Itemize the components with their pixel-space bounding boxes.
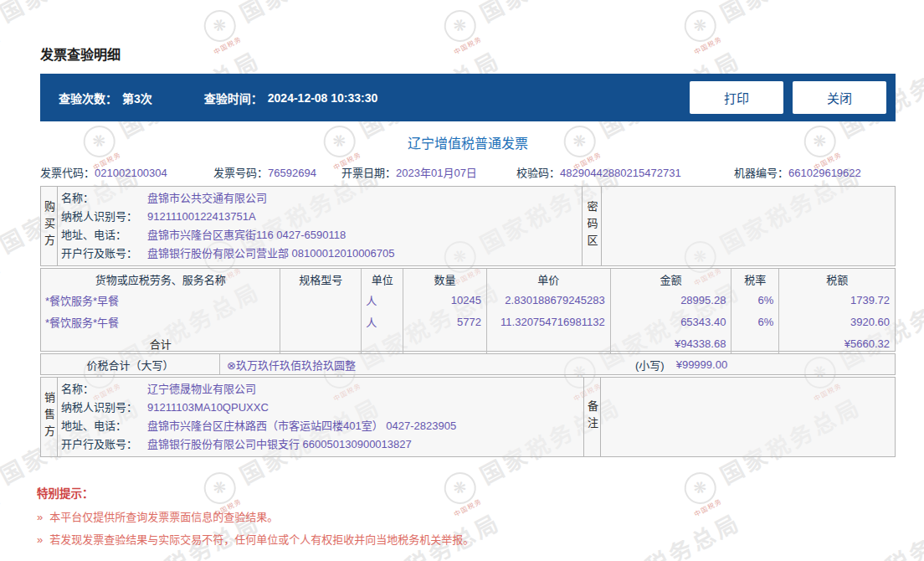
tax-bureau-emblem-icon: ❋中国税务	[919, 466, 924, 509]
password-area	[602, 187, 895, 265]
item-tax: 1739.72	[779, 289, 895, 311]
invoice-code: 发票代码：021002100304	[40, 164, 213, 180]
item-spec	[280, 289, 362, 311]
item-row: *餐饮服务*午餐 人 5772 11.320754716981132 65343…	[41, 311, 895, 332]
check-time-label: 查验时间：	[204, 90, 263, 106]
watermark-sub-text: 中国税务	[0, 33, 3, 56]
small-amount-label: (小写)	[635, 357, 665, 373]
col-header-qty: 数量	[403, 269, 487, 289]
content: 发票查验明细 查验次数： 第3次 查验时间： 2024-12-08 10:33:…	[40, 0, 896, 561]
check-count-value: 第3次	[122, 90, 152, 106]
item-rate: 6%	[732, 311, 779, 332]
invoice-verification-page: ❋中国税务国家税务总局❋中国税务国家税务总局❋中国税务国家税务总局❋中国税务国家…	[0, 0, 924, 561]
remark-label: 备注	[584, 378, 601, 456]
tax-bureau-emblem-icon: ❋中国税务	[0, 235, 1, 278]
seller-address-row: 地址、电话：盘锦市兴隆台区庄林路西（市客运站四楼401室） 0427-28239…	[58, 418, 583, 435]
total-in-words-row: 价税合计（大写） ⊗玖万玖仟玖佰玖拾玖圆整 (小写) ¥99999.00	[40, 353, 896, 375]
invoice-meta-row: 发票代码：021002100304 发票号码：76592694 开票日期：202…	[40, 164, 896, 180]
total-tax: ¥5660.32	[779, 332, 895, 354]
items-table: 货物或应税劳务、服务名称 规格型号 单位 数量 单价 金额 税率 税额 *餐饮服…	[40, 268, 896, 352]
small-amount-value: ¥99999.00	[676, 358, 727, 371]
item-spec	[280, 311, 362, 332]
bullet-icon: »	[37, 511, 43, 523]
item-qty: 5772	[403, 311, 487, 332]
col-header-price: 单价	[487, 269, 611, 289]
buyer-side-label: 购买方	[41, 187, 58, 265]
item-name: *餐饮服务*午餐	[41, 311, 280, 332]
item-price: 2.830188679245283	[487, 289, 611, 311]
watermark-sub-text: 中国税务	[0, 496, 3, 518]
tax-bureau-emblem-icon: ❋中国税务	[0, 4, 1, 47]
buyer-name-row: 名称：盘锦市公共交通有限公司	[58, 190, 582, 207]
item-amount: 28995.28	[611, 289, 732, 311]
buyer-bank-row: 开户行及账号：盘锦银行股份有限公司营业部 08100012010006705	[58, 245, 582, 262]
items-header-row: 货物或应税劳务、服务名称 规格型号 单位 数量 单价 金额 税率 税额	[41, 269, 895, 289]
col-header-name: 货物或应税劳务、服务名称	[41, 269, 280, 289]
total-words-label: 价税合计（大写）	[41, 354, 220, 374]
item-amount: 65343.40	[611, 311, 732, 332]
col-header-spec: 规格型号	[280, 269, 362, 289]
seller-name-row: 名称：辽宁德晟物业有限公司	[58, 381, 583, 398]
total-words-value: ⊗玖万玖仟玖佰玖拾玖圆整 (小写) ¥99999.00	[220, 354, 895, 374]
tax-bureau-emblem-icon: ❋中国税务	[919, 4, 924, 47]
watermark: ❋中国税务国家税务总局	[919, 0, 924, 48]
machine-number: 机器编号：661029619622	[734, 164, 896, 180]
invoice-date: 开票日期：2023年01月07日	[341, 164, 516, 180]
item-tax: 3920.60	[779, 311, 895, 332]
bullet-icon: »	[37, 533, 43, 546]
password-area-label: 密码区	[583, 187, 602, 265]
item-price: 11.320754716981132	[487, 311, 611, 332]
seller-side-label: 销售方	[41, 378, 58, 456]
item-qty: 10245	[403, 289, 487, 311]
check-count-label: 查验次数：	[59, 90, 117, 106]
seller-bank-row: 开户行及账号：盘锦银行股份有限公司中银支行 660050130900013827	[58, 436, 583, 453]
remark-area	[601, 378, 895, 456]
item-rate: 6%	[732, 289, 779, 311]
col-header-rate: 税率	[732, 269, 779, 289]
seller-fields: 名称：辽宁德晟物业有限公司 纳税人识别号：91211103MA10QPUXXC …	[58, 378, 584, 456]
notice-title: 特别提示：	[37, 484, 474, 501]
notice-item: » 若发现发票查验结果与实际交易不符，任何单位或个人有权拒收并向当地税务机关举报…	[37, 533, 474, 546]
notice-item: » 本平台仅提供所查询发票票面信息的查验结果。	[37, 511, 474, 523]
col-header-amount: 金额	[611, 269, 732, 289]
special-notice: 特别提示： » 本平台仅提供所查询发票票面信息的查验结果。 » 若发现发票查验结…	[37, 484, 474, 546]
total-amount: ¥94338.68	[611, 332, 732, 354]
watermark: ❋中国税务国家税务总局	[919, 389, 924, 509]
buyer-address-row: 地址、电话：盘锦市兴隆台区惠宾街116 0427-6590118	[58, 227, 582, 244]
col-header-unit: 单位	[362, 269, 403, 289]
item-unit: 人	[362, 311, 403, 332]
watermark: ❋中国税务国家税务总局	[919, 157, 924, 278]
item-row: *餐饮服务*早餐 人 10245 2.830188679245283 28995…	[41, 289, 895, 311]
close-button[interactable]: 关闭	[793, 81, 886, 114]
check-code: 校验码：48290442880215472731	[516, 164, 734, 180]
items-total-row: 合计 ¥94338.68 ¥5660.32	[41, 332, 895, 354]
item-name: *餐饮服务*早餐	[41, 289, 280, 311]
total-label: 合计	[41, 332, 280, 354]
buyer-section: 购买方 名称：盘锦市公共交通有限公司 纳税人识别号：91211100122413…	[40, 186, 896, 266]
amount-in-words: ⊗玖万玖仟玖佰玖拾玖圆整	[220, 357, 356, 373]
seller-taxid-row: 纳税人识别号：91211103MA10QPUXXC	[58, 399, 583, 416]
watermark-sub-text: 中国税务	[0, 265, 3, 287]
page-title: 发票查验明细	[40, 44, 121, 64]
invoice-number: 发票号码：76592694	[213, 164, 341, 180]
seller-section: 销售方 名称：辽宁德晟物业有限公司 纳税人识别号：91211103MA10QPU…	[40, 377, 896, 457]
col-header-tax: 税额	[779, 269, 895, 289]
check-time-value: 2024-12-08 10:33:30	[268, 91, 378, 105]
tax-bureau-emblem-icon: ❋中国税务	[0, 466, 1, 509]
invoice-title: 辽宁增值税普通发票	[40, 132, 896, 152]
tax-bureau-emblem-icon: ❋中国税务	[919, 235, 924, 278]
item-unit: 人	[362, 289, 403, 311]
buyer-taxid-row: 纳税人识别号：91211100122413751A	[58, 208, 582, 225]
print-button[interactable]: 打印	[690, 81, 783, 114]
verification-header-bar: 查验次数： 第3次 查验时间： 2024-12-08 10:33:30 打印 关…	[40, 74, 896, 121]
buyer-fields: 名称：盘锦市公共交通有限公司 纳税人识别号：91211100122413751A…	[58, 187, 583, 265]
amount-in-figures: (小写) ¥99999.00	[635, 357, 727, 373]
